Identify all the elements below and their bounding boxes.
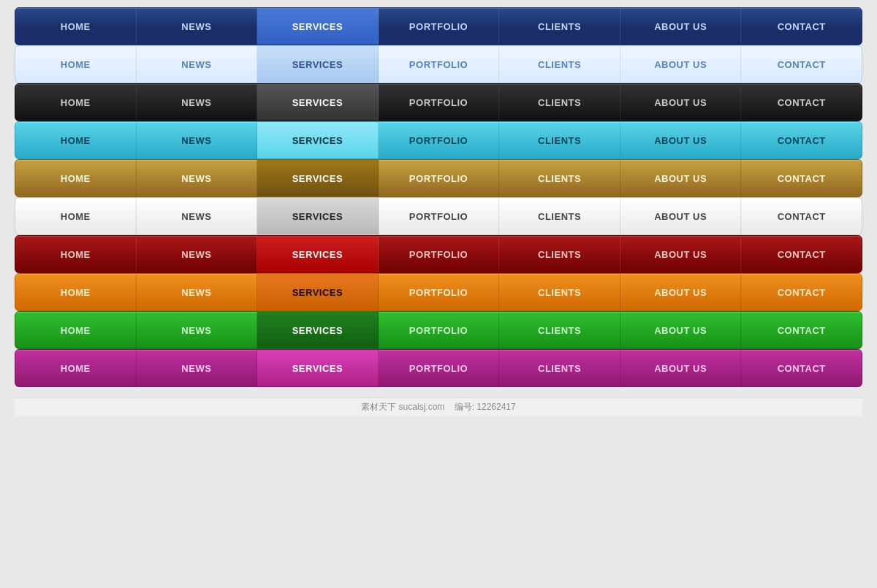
nav-item-contact[interactable]: CONTACT (741, 274, 862, 310)
nav-bar-cyan: HOMENEWSSERVICESPORTFOLIOCLIENTSABOUT US… (15, 121, 862, 159)
nav-item-home[interactable]: HOME (15, 84, 137, 121)
nav-item-news[interactable]: NEWS (137, 46, 258, 83)
nav-item-services[interactable]: SERVICES (257, 46, 379, 83)
nav-item-contact[interactable]: CONTACT (741, 350, 862, 386)
nav-bar-dark-black: HOMENEWSSERVICESPORTFOLIOCLIENTSABOUT US… (15, 83, 862, 121)
nav-item-portfolio[interactable]: PORTFOLIO (379, 160, 500, 196)
nav-bar-dark-red: HOMENEWSSERVICESPORTFOLIOCLIENTSABOUT US… (15, 235, 862, 273)
nav-item-home[interactable]: HOME (15, 236, 137, 272)
nav-item-home[interactable]: HOME (15, 350, 137, 386)
nav-item-services[interactable]: SERVICES (257, 160, 379, 196)
nav-item-portfolio[interactable]: PORTFOLIO (379, 236, 500, 272)
nav-item-clients[interactable]: CLIENTS (499, 350, 620, 386)
nav-item-about[interactable]: ABOUT US (620, 160, 742, 196)
nav-item-news[interactable]: NEWS (137, 274, 258, 310)
nav-item-clients[interactable]: CLIENTS (499, 274, 620, 310)
nav-item-about[interactable]: ABOUT US (620, 236, 742, 272)
nav-item-home[interactable]: HOME (15, 312, 137, 348)
watermark-code: 编号: 12262417 (455, 402, 516, 412)
nav-item-home[interactable]: HOME (15, 8, 137, 45)
nav-bar-orange: HOMENEWSSERVICESPORTFOLIOCLIENTSABOUT US… (15, 273, 862, 311)
nav-item-services[interactable]: SERVICES (257, 84, 379, 121)
nav-item-services[interactable]: SERVICES (257, 274, 379, 310)
nav-item-portfolio[interactable]: PORTFOLIO (379, 350, 500, 386)
nav-item-services[interactable]: SERVICES (257, 8, 379, 45)
nav-bar-light-gray: HOMENEWSSERVICESPORTFOLIOCLIENTSABOUT US… (15, 197, 862, 235)
nav-item-about[interactable]: ABOUT US (620, 198, 742, 234)
watermark-site: 素材天下 sucaisj.com (361, 402, 444, 412)
nav-item-portfolio[interactable]: PORTFOLIO (379, 122, 500, 159)
nav-item-clients[interactable]: CLIENTS (499, 8, 620, 45)
nav-item-portfolio[interactable]: PORTFOLIO (379, 84, 500, 121)
nav-item-about[interactable]: ABOUT US (620, 350, 742, 386)
nav-item-contact[interactable]: CONTACT (741, 8, 862, 45)
nav-item-services[interactable]: SERVICES (257, 312, 379, 348)
nav-item-news[interactable]: NEWS (137, 236, 258, 272)
nav-item-news[interactable]: NEWS (137, 198, 258, 234)
nav-item-clients[interactable]: CLIENTS (499, 236, 620, 272)
nav-item-about[interactable]: ABOUT US (620, 274, 742, 310)
nav-item-news[interactable]: NEWS (137, 350, 258, 386)
nav-item-news[interactable]: NEWS (137, 160, 258, 196)
nav-bar-light-blue: HOMENEWSSERVICESPORTFOLIOCLIENTSABOUT US… (15, 45, 862, 83)
nav-item-portfolio[interactable]: PORTFOLIO (379, 198, 500, 234)
nav-item-news[interactable]: NEWS (137, 8, 258, 45)
nav-item-clients[interactable]: CLIENTS (499, 312, 620, 348)
nav-item-services[interactable]: SERVICES (257, 198, 379, 234)
nav-item-clients[interactable]: CLIENTS (499, 84, 620, 121)
nav-bar-green: HOMENEWSSERVICESPORTFOLIOCLIENTSABOUT US… (15, 311, 862, 349)
nav-item-contact[interactable]: CONTACT (741, 312, 862, 348)
nav-item-home[interactable]: HOME (15, 122, 137, 159)
nav-item-contact[interactable]: CONTACT (741, 236, 862, 272)
nav-item-home[interactable]: HOME (15, 198, 137, 234)
nav-item-clients[interactable]: CLIENTS (499, 46, 620, 83)
nav-item-services[interactable]: SERVICES (257, 350, 379, 386)
nav-item-about[interactable]: ABOUT US (620, 122, 742, 159)
nav-bar-dark-blue: HOMENEWSSERVICESPORTFOLIOCLIENTSABOUT US… (15, 7, 862, 45)
nav-item-news[interactable]: NEWS (137, 84, 258, 121)
nav-item-contact[interactable]: CONTACT (741, 160, 862, 196)
nav-item-contact[interactable]: CONTACT (741, 198, 862, 234)
nav-item-home[interactable]: HOME (15, 160, 137, 196)
nav-item-portfolio[interactable]: PORTFOLIO (379, 8, 500, 45)
nav-item-about[interactable]: ABOUT US (620, 312, 742, 348)
nav-item-about[interactable]: ABOUT US (620, 8, 742, 45)
nav-item-home[interactable]: HOME (15, 274, 137, 310)
nav-item-portfolio[interactable]: PORTFOLIO (379, 312, 500, 348)
nav-bar-gold: HOMENEWSSERVICESPORTFOLIOCLIENTSABOUT US… (15, 159, 862, 197)
nav-item-news[interactable]: NEWS (137, 122, 258, 159)
nav-item-clients[interactable]: CLIENTS (499, 160, 620, 196)
nav-item-contact[interactable]: CONTACT (741, 46, 862, 83)
nav-item-about[interactable]: ABOUT US (620, 46, 742, 83)
nav-item-portfolio[interactable]: PORTFOLIO (379, 46, 500, 83)
nav-item-portfolio[interactable]: PORTFOLIO (379, 274, 500, 310)
nav-item-about[interactable]: ABOUT US (620, 84, 742, 121)
nav-bar-purple: HOMENEWSSERVICESPORTFOLIOCLIENTSABOUT US… (15, 349, 862, 387)
nav-item-clients[interactable]: CLIENTS (499, 122, 620, 159)
nav-item-services[interactable]: SERVICES (257, 236, 379, 272)
nav-item-contact[interactable]: CONTACT (741, 122, 862, 159)
nav-item-contact[interactable]: CONTACT (741, 84, 862, 121)
nav-item-clients[interactable]: CLIENTS (499, 198, 620, 234)
nav-item-home[interactable]: HOME (15, 46, 137, 83)
nav-item-services[interactable]: SERVICES (257, 122, 379, 159)
nav-item-news[interactable]: NEWS (137, 312, 258, 348)
